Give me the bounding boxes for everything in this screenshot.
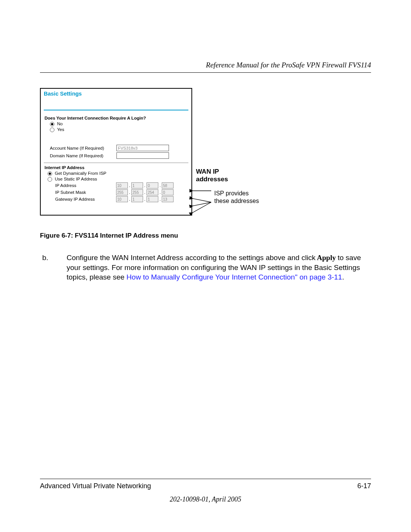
ip-addr-oct2[interactable] xyxy=(131,182,143,189)
ip-address-row: IP Address . . . xyxy=(45,182,188,189)
section-rule xyxy=(44,163,188,163)
rule-bottom xyxy=(40,479,371,479)
subnet-oct3[interactable] xyxy=(147,189,158,195)
radio-row-no[interactable]: No xyxy=(45,121,188,126)
footer-section-title: Advanced Virtual Private Networking xyxy=(40,482,151,490)
ip-section: Internet IP Address Get Dynamically From… xyxy=(41,165,191,202)
subnet-label: IP Subnet Mask xyxy=(45,190,116,195)
gw-oct2[interactable] xyxy=(131,196,143,202)
radio-no-label: No xyxy=(57,121,63,126)
annotation-text: ISP provides these addresses xyxy=(214,190,259,205)
gw-oct3[interactable] xyxy=(147,196,158,202)
footer-page-number: 6-17 xyxy=(357,482,371,490)
radio-static-icon[interactable] xyxy=(48,177,52,182)
cross-ref-page-link[interactable]: page 3-11 xyxy=(309,273,342,281)
radio-yes-label: Yes xyxy=(57,127,64,132)
name-section: Account Name (If Required) Domain Name (… xyxy=(41,145,191,159)
radio-dynamic-label: Get Dynamically From ISP xyxy=(55,171,106,176)
internet-ip-heading: Internet IP Address xyxy=(45,165,188,170)
list-letter: b. xyxy=(54,253,67,263)
radio-dynamic-icon[interactable] xyxy=(48,171,52,176)
domain-name-label: Domain Name (If Required) xyxy=(45,153,116,158)
radio-static-label: Use Static IP Address xyxy=(55,177,97,181)
radio-yes-icon[interactable] xyxy=(50,128,54,132)
page-footer: Advanced Virtual Private Networking 6-17… xyxy=(40,479,371,503)
footer-doc-number: 202-10098-01, April 2005 xyxy=(40,495,371,503)
subnet-row: IP Subnet Mask . . . xyxy=(45,189,188,195)
annotation-block: WAN IP addresses ISP provides these addr… xyxy=(196,168,259,205)
subnet-oct2[interactable] xyxy=(131,189,143,195)
figure-area: Basic Settings Does Your Internet Connec… xyxy=(40,88,371,221)
subnet-oct1[interactable] xyxy=(116,189,128,195)
running-header: Reference Manual for the ProSafe VPN Fir… xyxy=(40,61,371,69)
ip-address-label: IP Address xyxy=(45,183,116,188)
gateway-row: Gateway IP Address . . . xyxy=(45,196,188,202)
gw-oct1[interactable] xyxy=(116,196,128,202)
apply-word: Apply xyxy=(315,254,338,262)
ip-addr-oct3[interactable] xyxy=(147,182,158,189)
login-section: Does Your Internet Connection Require A … xyxy=(41,116,191,132)
login-question: Does Your Internet Connection Require A … xyxy=(45,116,188,120)
panel-title: Basic Settings xyxy=(41,89,191,98)
account-name-label: Account Name (If Required) xyxy=(45,146,116,150)
rule-top xyxy=(40,72,371,73)
domain-name-input[interactable] xyxy=(116,152,169,159)
account-name-input[interactable] xyxy=(116,145,169,151)
body-paragraph: b.Configure the WAN Internet Address acc… xyxy=(40,253,371,282)
radio-row-yes[interactable]: Yes xyxy=(45,127,188,132)
cross-ref-link[interactable]: How to Manually Configure Your Internet … xyxy=(124,273,309,281)
radio-no-icon[interactable] xyxy=(50,122,54,126)
figure-caption: Figure 6-7: FVS114 Internet IP Address m… xyxy=(40,232,371,240)
panel-rule xyxy=(44,110,188,110)
radio-row-dynamic[interactable]: Get Dynamically From ISP xyxy=(45,171,188,176)
annotation-title: WAN IP addresses xyxy=(196,168,259,183)
radio-row-static[interactable]: Use Static IP Address xyxy=(45,177,188,181)
gateway-label: Gateway IP Address xyxy=(45,197,116,201)
ip-addr-oct1[interactable] xyxy=(116,182,128,189)
